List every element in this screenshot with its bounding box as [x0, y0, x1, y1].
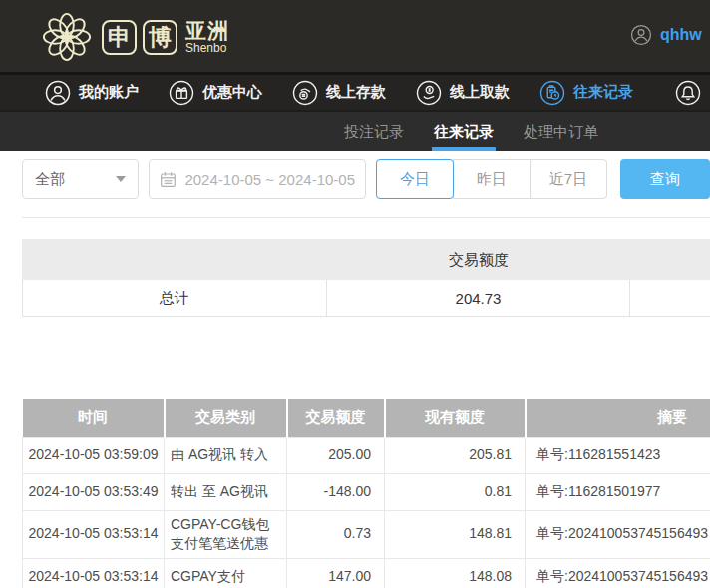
nav-label: 优惠中心: [202, 83, 262, 102]
tab-transaction-records[interactable]: 往来记录: [434, 112, 494, 151]
cell-amount: 205.00: [287, 437, 385, 473]
nav-label: 往来记录: [573, 83, 633, 102]
cell-type: CGPAY支付: [165, 558, 287, 588]
cell-note: 单号:202410053745156493: [526, 558, 710, 588]
site-logo[interactable]: 申 博 亚洲 Shenbo: [38, 8, 229, 66]
user-avatar-icon: [630, 24, 652, 46]
quick-date-buttons: 今日 昨日 近7日: [376, 159, 607, 207]
nav-label: 线上取款: [450, 83, 510, 102]
withdraw-icon: [416, 80, 442, 106]
logo-brand-text: Shenbo: [185, 42, 229, 55]
deposit-icon: [292, 80, 318, 106]
table-row: 2024-10-05 03:53:49 转出 至 AG视讯 -148.00 0.…: [23, 473, 710, 510]
nav-item-my-account[interactable]: 我的账户: [45, 80, 139, 106]
col-header-time: 时间: [23, 399, 165, 437]
nav-item-deposit[interactable]: 线上存款: [292, 80, 386, 106]
cell-balance: 148.81: [385, 510, 526, 558]
type-select-value: 全部: [35, 170, 65, 189]
cell-note: 单号:116281551423: [526, 437, 710, 473]
nav-item-transaction-records[interactable]: 往来记录: [539, 80, 633, 106]
cell-type: CGPAY-CG钱包支付笔笔送优惠: [165, 510, 287, 558]
cell-type: 转出 至 AG视讯: [165, 473, 287, 510]
table-header-row: 时间 交易类别 交易额度 现有额度 摘要: [23, 399, 710, 437]
username-text: qhhw: [660, 26, 702, 44]
flower-logo-icon: [38, 8, 96, 66]
cell-amount: 0.73: [287, 510, 385, 558]
chevron-down-icon: [116, 176, 126, 182]
query-button[interactable]: 查询: [620, 159, 710, 199]
calendar-icon: [160, 171, 177, 188]
cell-balance: 0.81: [385, 473, 526, 510]
logo-wordmark: 亚洲 Shenbo: [185, 20, 229, 55]
gift-icon: [169, 80, 194, 106]
col-header-note: 摘要: [526, 399, 710, 437]
nav-label: 我的账户: [79, 83, 139, 102]
cell-amount: 147.00: [287, 558, 385, 588]
logo-char-shen: 申: [102, 20, 137, 55]
last-7-days-button[interactable]: 近7日: [530, 159, 607, 199]
summary-total-label: 总计: [23, 280, 327, 316]
logo-region-text: 亚洲: [185, 20, 229, 42]
type-select[interactable]: 全部: [22, 159, 139, 199]
bell-icon: [675, 80, 701, 106]
records-tab-bar: 投注记录 往来记录 处理中订单: [0, 112, 710, 151]
user-icon: [45, 80, 71, 106]
summary-total-value: 204.73: [327, 280, 631, 316]
cell-type: 由 AG视讯 转入: [165, 437, 287, 473]
date-range-value: 2024-10-05 ~ 2024-10-05: [184, 171, 355, 188]
cell-amount: -148.00: [287, 473, 385, 510]
cell-note: 单号:116281501977: [526, 473, 710, 510]
transactions-table: 时间 交易类别 交易额度 现有额度 摘要 2024-10-05 03:59:09…: [22, 399, 710, 588]
nav-item-withdraw[interactable]: 线上取款: [416, 80, 510, 106]
user-account[interactable]: qhhw: [630, 24, 710, 46]
top-header: 申 博 亚洲 Shenbo qhhw: [0, 0, 710, 75]
cell-time: 2024-10-05 03:53:49: [23, 473, 165, 510]
tab-betting-records[interactable]: 投注记录: [344, 112, 404, 151]
cell-note: 单号:202410053745156493: [526, 510, 710, 558]
logo-char-bo: 博: [143, 20, 178, 55]
nav-item-promotions[interactable]: 优惠中心: [169, 80, 262, 106]
main-navigation: 我的账户 优惠中心 线上存款 线上取款: [0, 75, 710, 112]
summary-header-row: 交易额度: [22, 239, 710, 280]
cell-time: 2024-10-05 03:59:09: [23, 437, 165, 473]
table-row: 2024-10-05 03:53:14 CGPAY支付 147.00 148.0…: [23, 558, 710, 588]
col-header-balance: 现有额度: [385, 399, 526, 437]
section-divider: [22, 217, 710, 218]
summary-table: 交易额度 总计 204.73: [22, 239, 710, 317]
col-header-amount: 交易额度: [287, 399, 385, 437]
cell-balance: 148.08: [385, 558, 526, 588]
yesterday-button[interactable]: 昨日: [453, 159, 531, 199]
tab-pending-orders[interactable]: 处理中订单: [524, 112, 598, 151]
cell-time: 2024-10-05 03:53:14: [23, 558, 165, 588]
cell-balance: 205.81: [385, 437, 526, 473]
cell-time: 2024-10-05 03:53:14: [23, 510, 165, 558]
nav-label: 线上存款: [326, 83, 386, 102]
notifications-button[interactable]: [675, 80, 701, 110]
summary-total-row: 总计 204.73: [22, 280, 710, 317]
summary-empty-cell: [630, 280, 710, 316]
table-row: 2024-10-05 03:53:14 CGPAY-CG钱包支付笔笔送优惠 0.…: [23, 510, 710, 558]
filter-bar: 全部 2024-10-05 ~ 2024-10-05 今日 昨日 近7日 查询: [0, 151, 710, 207]
table-row: 2024-10-05 03:59:09 由 AG视讯 转入 205.00 205…: [23, 437, 710, 473]
summary-col-header: 交易额度: [326, 239, 631, 280]
col-header-type: 交易类别: [165, 399, 287, 437]
records-icon: [539, 80, 565, 106]
today-button[interactable]: 今日: [376, 159, 454, 199]
date-range-input[interactable]: 2024-10-05 ~ 2024-10-05: [149, 159, 366, 199]
